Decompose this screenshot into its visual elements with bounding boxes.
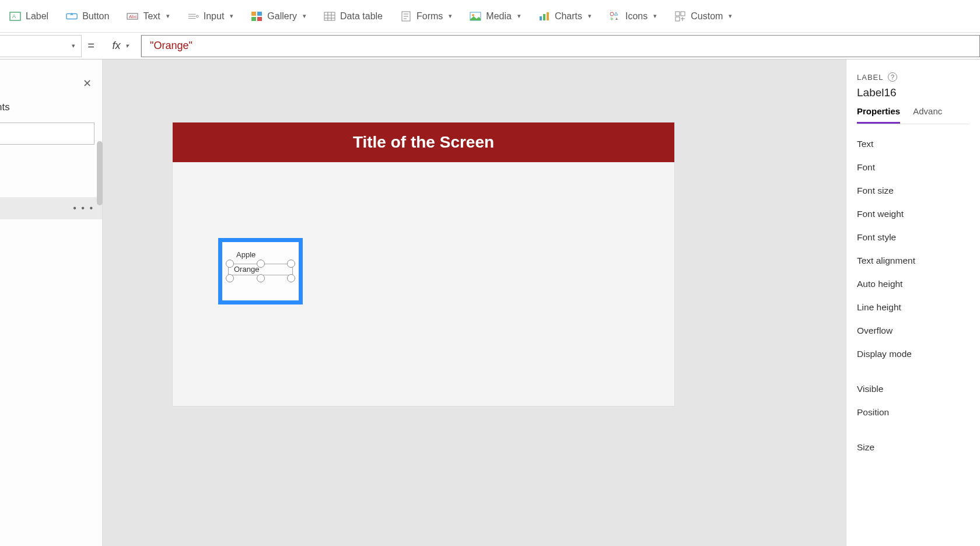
ribbon-charts-text: Charts <box>555 11 582 22</box>
property-selector[interactable]: ▾ <box>0 35 82 57</box>
screen-title-bar: Title of the Screen <box>173 123 674 162</box>
ribbon-input[interactable]: Input ▾ <box>181 7 240 26</box>
resize-handle[interactable] <box>257 260 265 268</box>
button-icon <box>66 10 78 22</box>
prop-text-alignment[interactable]: Text alignment <box>857 249 970 272</box>
tab-advanced[interactable]: Advanc <box>913 106 942 124</box>
fx-button[interactable]: fx ▾ <box>100 35 141 57</box>
ribbon-input-text: Input <box>204 11 225 22</box>
gallery-icon <box>251 10 262 22</box>
property-list: Text Font Font size Font weight Font sty… <box>857 132 970 459</box>
text-icon: Abc <box>127 10 138 22</box>
ribbon-custom-text: Custom <box>691 11 723 22</box>
chevron-down-icon: ▾ <box>449 12 452 20</box>
prop-font-size[interactable]: Font size <box>857 179 970 202</box>
ribbon-label[interactable]: A Label <box>4 7 54 26</box>
prop-position[interactable]: Position <box>857 401 970 424</box>
prop-font-style[interactable]: Font style <box>857 226 970 249</box>
ribbon-button-text: Button <box>82 11 109 22</box>
ribbon-label-text: Label <box>26 11 48 22</box>
prop-font-weight[interactable]: Font weight <box>857 202 970 226</box>
properties-header: LABEL ? <box>857 72 970 82</box>
svg-rect-30 <box>681 12 685 16</box>
label-icon: A <box>9 10 21 22</box>
svg-rect-26 <box>547 12 549 20</box>
canvas-area: Title of the Screen Apple Orange <box>103 60 846 546</box>
svg-rect-31 <box>676 17 680 21</box>
chevron-down-icon: ▾ <box>303 12 306 20</box>
media-icon <box>470 10 481 22</box>
datatable-icon <box>324 10 335 22</box>
chevron-down-icon: ▾ <box>588 12 592 20</box>
svg-rect-29 <box>676 12 680 16</box>
ribbon-gallery-text: Gallery <box>267 11 297 22</box>
listbox-control[interactable]: Apple Orange <box>218 238 303 304</box>
svg-rect-12 <box>257 17 262 21</box>
tree-heading: nts <box>0 102 10 113</box>
chevron-down-icon: ▾ <box>230 12 233 20</box>
tab-properties[interactable]: Properties <box>857 106 900 124</box>
prop-overflow[interactable]: Overflow <box>857 319 970 342</box>
resize-handle[interactable] <box>257 274 265 282</box>
svg-rect-24 <box>540 16 542 20</box>
chevron-down-icon: ▾ <box>166 12 170 20</box>
svg-point-23 <box>472 14 474 16</box>
fx-label: fx <box>112 40 120 52</box>
help-icon[interactable]: ? <box>888 72 897 82</box>
chevron-down-icon: ▾ <box>653 12 657 20</box>
prop-auto-height[interactable]: Auto height <box>857 272 970 296</box>
control-name[interactable]: Label16 <box>857 86 970 99</box>
ribbon-media[interactable]: Media ▾ <box>464 7 527 26</box>
icons-icon: + <box>609 10 621 22</box>
tree-scrollbar[interactable] <box>97 141 103 205</box>
list-item-apple: Apple <box>236 250 293 259</box>
svg-rect-10 <box>257 12 262 16</box>
custom-icon <box>674 10 686 22</box>
prop-size[interactable]: Size <box>857 436 970 459</box>
screen-title-text: Title of the Screen <box>353 133 494 152</box>
ribbon-forms-text: Forms <box>416 11 443 22</box>
formula-input[interactable]: "Orange" <box>141 35 980 57</box>
resize-handle[interactable] <box>287 260 295 268</box>
formula-value: "Orange" <box>150 40 192 52</box>
svg-rect-9 <box>251 12 256 16</box>
properties-panel: LABEL ? Label16 Properties Advanc Text F… <box>846 60 980 546</box>
ribbon-button[interactable]: Button <box>60 7 115 26</box>
prop-text[interactable]: Text <box>857 132 970 156</box>
prop-font[interactable]: Font <box>857 156 970 179</box>
control-type-label: LABEL <box>857 73 883 82</box>
resize-handle[interactable] <box>226 274 234 282</box>
more-icon[interactable]: • • • <box>73 203 94 214</box>
ribbon-charts[interactable]: Charts ▾ <box>533 7 597 26</box>
svg-point-8 <box>196 15 198 18</box>
tree-view-pane: ✕ nts • • • <box>0 60 103 546</box>
ribbon-icons[interactable]: + Icons ▾ <box>603 7 663 26</box>
prop-display-mode[interactable]: Display mode <box>857 342 970 366</box>
charts-icon <box>538 10 550 22</box>
ribbon-custom[interactable]: Custom ▾ <box>668 7 738 26</box>
ribbon-text[interactable]: Abc Text ▾ <box>121 7 175 26</box>
chevron-down-icon: ▾ <box>72 42 75 50</box>
ribbon-text-text: Text <box>143 11 160 22</box>
input-icon <box>187 10 199 22</box>
ribbon-datatable[interactable]: Data table <box>318 7 388 26</box>
chevron-down-icon: ▾ <box>517 12 521 20</box>
tree-search-input[interactable] <box>0 123 94 145</box>
resize-handle[interactable] <box>287 274 295 282</box>
ribbon-icons-text: Icons <box>625 11 648 22</box>
app-screen[interactable]: Title of the Screen Apple Orange <box>173 123 674 406</box>
svg-text:+: + <box>610 16 614 22</box>
prop-line-height[interactable]: Line height <box>857 296 970 319</box>
ribbon-datatable-text: Data table <box>340 11 383 22</box>
ribbon-gallery[interactable]: Gallery ▾ <box>245 7 312 26</box>
selected-label-control[interactable]: Orange <box>228 261 293 279</box>
ribbon-forms[interactable]: Forms ▾ <box>394 7 458 26</box>
close-icon[interactable]: ✕ <box>83 77 92 90</box>
chevron-down-icon: ▾ <box>729 12 732 20</box>
equals-sign: = <box>82 39 100 52</box>
prop-visible[interactable]: Visible <box>857 377 970 401</box>
formula-bar: ▾ = fx ▾ "Orange" <box>0 33 980 60</box>
resize-handle[interactable] <box>226 260 234 268</box>
tree-selected-row[interactable]: • • • <box>0 197 102 219</box>
svg-text:Abc: Abc <box>129 14 137 19</box>
